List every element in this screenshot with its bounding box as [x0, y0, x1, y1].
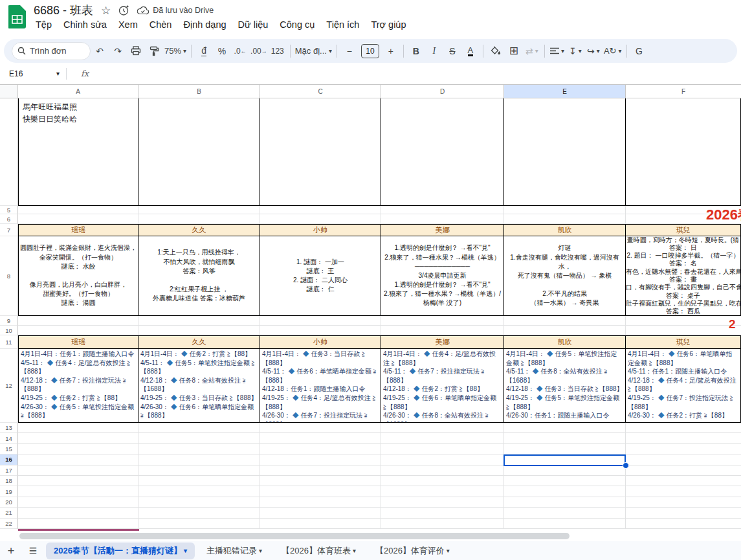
grid-cell-name[interactable]: 久久 [138, 335, 260, 349]
menu-data[interactable]: Dữ liệu [232, 18, 274, 31]
column-header-c[interactable]: C [260, 85, 381, 98]
text-rotation-button[interactable]: A↻ [604, 43, 622, 60]
menu-file[interactable]: Tệp [30, 18, 58, 31]
grid-cell-name[interactable]: 美娜 [381, 224, 504, 236]
grid-cell[interactable] [381, 316, 504, 326]
grid-cell[interactable] [18, 206, 138, 214]
grid-cell[interactable] [626, 316, 741, 326]
grid-cell[interactable] [138, 444, 260, 454]
grid-cell[interactable] [260, 454, 381, 465]
grid-cell[interactable] [626, 508, 741, 518]
row-header[interactable]: 8 [0, 236, 18, 316]
bold-button[interactable]: B [408, 43, 424, 60]
row-header[interactable]: 6 [0, 214, 18, 224]
undo-button[interactable]: ↶ [92, 43, 107, 60]
row-header[interactable]: 13 [0, 423, 18, 433]
grid-cell[interactable] [138, 316, 260, 326]
currency-format-button[interactable]: đ [196, 43, 212, 60]
row-header[interactable]: 18 [0, 476, 18, 486]
strikethrough-button[interactable]: S [445, 43, 460, 60]
grid-cell[interactable] [18, 444, 138, 454]
row-header[interactable]: 22 [0, 519, 18, 529]
grid-cell[interactable] [626, 98, 741, 206]
grid-cell-banner[interactable]: 馬年旺旺福星照 快樂日日笑哈哈 [18, 98, 138, 206]
row-header[interactable]: 21 [0, 508, 18, 518]
grid-cell-name[interactable]: 琪兒 [626, 335, 741, 349]
grid-cell[interactable] [626, 465, 741, 476]
grid-cell[interactable] [504, 486, 626, 497]
grid-cell[interactable] [626, 326, 741, 335]
grid-cell[interactable] [381, 497, 504, 508]
grid-cell[interactable] [138, 214, 260, 224]
grid-cell-riddle[interactable]: 1.透明的劍是什麼劍？ →看不"見" 2.狼來了，猜一種水果？→楊桃（羊逃） ─… [381, 236, 504, 316]
horizontal-scrollbar[interactable] [19, 533, 570, 539]
column-header-d[interactable]: D [381, 85, 504, 98]
grid-cell-riddle[interactable]: 1. 謎面： 一加一 謎底： 王 2. 謎面： 二人同心 謎底： 仁 [260, 236, 381, 316]
grid-cell[interactable] [381, 444, 504, 454]
grid-cell[interactable] [504, 214, 626, 224]
grid-cell[interactable] [504, 316, 626, 326]
grid-cell[interactable] [18, 316, 138, 326]
grid-cell[interactable] [504, 98, 626, 206]
row-header[interactable]: 10 [0, 326, 18, 335]
grid-cell[interactable] [138, 508, 260, 518]
select-all-corner[interactable] [0, 85, 18, 98]
document-title[interactable]: 6686 - 班表 [34, 3, 93, 18]
grid-cell[interactable] [626, 476, 741, 486]
grid-cell[interactable] [626, 519, 741, 529]
menu-help[interactable]: Trợ giúp [365, 18, 412, 31]
paint-format-button[interactable] [146, 43, 162, 60]
menu-edit[interactable]: Chỉnh sửa [58, 18, 113, 31]
menu-format[interactable]: Định dạng [177, 18, 232, 31]
grid-cell[interactable] [504, 433, 626, 443]
grid-cell[interactable] [504, 508, 626, 518]
font-size-input[interactable]: 10 [361, 44, 379, 58]
number-format-button[interactable]: 123 [270, 43, 285, 60]
grid-cell[interactable] [381, 214, 504, 224]
grid-cell[interactable] [18, 508, 138, 518]
grid-cell[interactable] [260, 433, 381, 443]
fill-handle[interactable] [623, 462, 629, 469]
sheet-tab[interactable]: 主播犯错记录 [199, 543, 270, 559]
grid-cell[interactable] [381, 98, 504, 206]
row-header[interactable]: 16 [0, 454, 18, 465]
italic-button[interactable]: I [426, 43, 442, 60]
row-header[interactable]: 12 [0, 349, 18, 423]
decrease-decimals-button[interactable]: .0← [232, 43, 248, 60]
grid-cell[interactable] [504, 326, 626, 335]
grid-cell[interactable] [260, 444, 381, 454]
row-header[interactable]: 9 [0, 316, 18, 326]
grid-cell-name[interactable]: 凯欣 [504, 224, 626, 236]
grid-cell[interactable] [260, 206, 381, 214]
grid-cell[interactable] [138, 454, 260, 465]
grid-cell-tasks[interactable]: 4月1日-4日： ◆ 任务6：单笔晒单指定金额 ≧【888】 4/5-11：任务… [626, 349, 741, 423]
grid-cell-name[interactable]: 凯欣 [504, 335, 626, 349]
grid-cell-tasks[interactable]: 4月1日-4日：任务1：跟随主播输入口令 4/5-11： ◆ 任务4：足/篮总有… [18, 349, 138, 423]
grid-cell-riddle[interactable]: 圓圓肚子裡，裝滿金銀財，進火洗個澡， 全家笑開懷。（打一食物） 謎底： 水餃 像… [18, 236, 138, 316]
grid-cell[interactable] [18, 433, 138, 443]
grid-cell[interactable] [18, 423, 138, 433]
row-header[interactable]: 11 [0, 335, 18, 349]
grid-cell-name[interactable]: 小帅 [260, 335, 381, 349]
grid-cell[interactable] [260, 497, 381, 508]
grid-cell-tasks[interactable]: 4月1日-4日： ◆ 任务5：单笔投注指定金额 ≧【888】 4/5-11： ◆… [504, 349, 626, 423]
grid-cell[interactable] [138, 476, 260, 486]
grid-cell[interactable] [138, 423, 260, 433]
font-style-select[interactable]: Mặc đị... [295, 43, 332, 60]
grid-cell[interactable] [504, 476, 626, 486]
decrease-font-size-button[interactable]: − [342, 43, 357, 60]
search-menus-input[interactable]: Trình đơn [12, 42, 91, 60]
grid-cell[interactable] [626, 423, 741, 433]
move-folder-icon[interactable] [118, 5, 129, 16]
grid-cell-riddle[interactable]: 畫時圓，寫時方；冬時短，夏時長。(猜 答案： 日 2. 題目： 一口咬掉多半截。… [626, 236, 741, 316]
grid-cell-name[interactable]: 久久 [138, 224, 260, 236]
increase-decimals-button[interactable]: .00→ [250, 43, 267, 60]
column-header-b[interactable]: B [138, 85, 260, 98]
borders-button[interactable]: ⊞ [506, 43, 522, 60]
grid-cell[interactable] [504, 206, 626, 214]
sheet-tab-active[interactable]: 2026春节【活動一：直播猜灯谜】 [46, 543, 195, 559]
grid-cell-name[interactable]: 瑶瑶 [18, 335, 138, 349]
grid-cell[interactable] [504, 444, 626, 454]
grid-cell[interactable] [260, 326, 381, 335]
grid-cell-name[interactable]: 美娜 [381, 335, 504, 349]
